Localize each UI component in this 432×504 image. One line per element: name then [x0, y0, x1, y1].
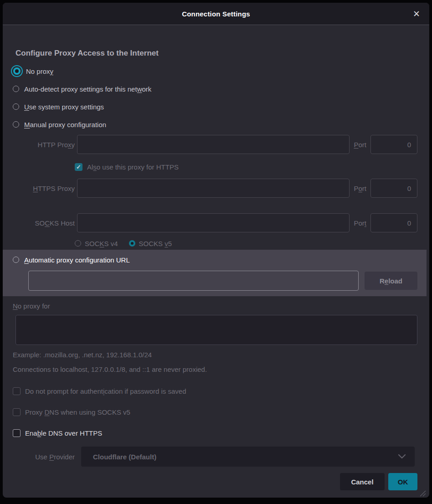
also-https-checkbox-row[interactable]: ✓ Also use this proxy for HTTPS	[75, 162, 417, 171]
radio-manual-label: Manual proxy configuration	[24, 121, 106, 129]
no-prompt-auth-checkbox-row[interactable]: Do not prompt for authentication if pass…	[13, 386, 417, 396]
no-proxy-for-label-text: No proxy for	[13, 302, 50, 310]
socks-v5-label: SOCKS v5	[139, 240, 172, 247]
socks-version-row: SOCKS v4 SOCKS v5	[75, 237, 417, 249]
http-proxy-row: HTTP Proxy Port	[13, 135, 417, 154]
socks-port-label: Port	[354, 219, 366, 227]
resize-grip[interactable]	[418, 489, 426, 497]
reload-button[interactable]: Reload	[365, 272, 417, 290]
socks-v4-label: SOCKS v4	[85, 240, 118, 247]
no-proxy-example-text: Example: .mozilla.org, .net.nz, 192.168.…	[13, 351, 417, 359]
https-port-input[interactable]	[370, 179, 417, 198]
radio-auto-detect[interactable]: Auto-detect proxy settings for this netw…	[13, 83, 417, 95]
proxy-dns-socks5-checkbox-row[interactable]: Proxy DNS when using SOCKS v5	[13, 407, 417, 417]
cancel-button[interactable]: Cancel	[340, 473, 385, 490]
radio-icon	[13, 103, 19, 110]
radio-auto-proxy-url[interactable]: Automatic proxy configuration URL	[13, 254, 417, 266]
radio-use-system[interactable]: Use system proxy settings	[13, 101, 417, 113]
http-proxy-input[interactable]	[77, 135, 350, 154]
auto-proxy-highlight-band: Automatic proxy configuration URL Reload	[3, 250, 427, 296]
proxy-dns-socks5-label: Proxy DNS when using SOCKS v5	[25, 408, 130, 416]
ok-button[interactable]: OK	[388, 473, 417, 490]
radio-socks-v4[interactable]: SOCKS v4	[75, 237, 118, 249]
close-icon[interactable]: ✕	[413, 10, 420, 18]
dialog-content: Configure Proxy Access to the Internet N…	[3, 25, 429, 498]
no-proxy-for-label: No proxy for	[13, 301, 417, 310]
options-group: Do not prompt for authentication if pass…	[13, 386, 417, 438]
checkbox-icon	[13, 408, 21, 416]
use-provider-label: Use Provider	[13, 453, 75, 461]
localhost-note-text: Connections to localhost, 127.0.0.1/8, a…	[13, 365, 417, 373]
page-title: Configure Proxy Access to the Internet	[15, 48, 417, 58]
radio-selected-icon	[13, 67, 21, 75]
radio-no-proxy[interactable]: No proxy	[13, 65, 417, 77]
proxy-mode-radio-group: No proxy Auto-detect proxy settings for …	[13, 65, 417, 130]
also-https-label: Also use this proxy for HTTPS	[87, 163, 179, 171]
https-proxy-label: HTTPS Proxy	[13, 185, 75, 192]
socks-host-input[interactable]	[77, 213, 350, 232]
chevron-down-icon	[397, 454, 406, 459]
enable-doh-label: Enable DNS over HTTPS	[25, 429, 102, 437]
radio-icon	[75, 240, 81, 247]
radio-manual[interactable]: Manual proxy configuration	[13, 118, 417, 130]
http-proxy-label: HTTP Proxy	[13, 141, 75, 149]
radio-icon	[13, 257, 19, 263]
doh-provider-value: Cloudflare (Default)	[93, 453, 397, 461]
checkbox-icon	[13, 387, 21, 395]
dialog-footer: Cancel OK	[13, 473, 417, 490]
radio-selected-icon	[129, 240, 135, 247]
radio-socks-v5[interactable]: SOCKS v5	[129, 237, 172, 249]
radio-icon	[13, 86, 19, 92]
enable-doh-checkbox-row[interactable]: Enable DNS over HTTPS	[13, 428, 417, 438]
socks-host-label: SOCKS Host	[13, 219, 75, 227]
auto-proxy-url-label: Automatic proxy configuration URL	[24, 256, 130, 264]
https-proxy-input[interactable]	[77, 179, 350, 198]
socks-port-input[interactable]	[370, 213, 417, 232]
checkbox-checked-icon: ✓	[75, 163, 82, 171]
auto-proxy-url-row: Reload	[13, 271, 417, 291]
socks-host-row: SOCKS Host Port	[13, 213, 417, 232]
https-port-label: Port	[354, 185, 366, 192]
checkbox-icon	[13, 429, 21, 437]
auto-proxy-url-input[interactable]	[28, 271, 359, 291]
http-port-label: Port	[354, 141, 366, 149]
https-proxy-row: HTTPS Proxy Port	[13, 179, 417, 198]
http-port-input[interactable]	[370, 135, 417, 154]
radio-no-proxy-label: No proxy	[26, 67, 53, 75]
radio-use-system-label: Use system proxy settings	[24, 103, 104, 111]
connection-settings-dialog: Connection Settings ✕ Configure Proxy Ac…	[3, 3, 429, 498]
radio-icon	[13, 121, 19, 128]
doh-provider-row: Use Provider Cloudflare (Default)	[13, 447, 417, 467]
dialog-titlebar: Connection Settings ✕	[3, 3, 429, 25]
doh-provider-select[interactable]: Cloudflare (Default)	[81, 447, 415, 467]
dialog-title: Connection Settings	[182, 10, 250, 18]
no-proxy-for-textarea[interactable]	[15, 315, 417, 345]
radio-auto-detect-label: Auto-detect proxy settings for this netw…	[24, 85, 151, 93]
no-prompt-auth-label: Do not prompt for authentication if pass…	[25, 387, 186, 395]
